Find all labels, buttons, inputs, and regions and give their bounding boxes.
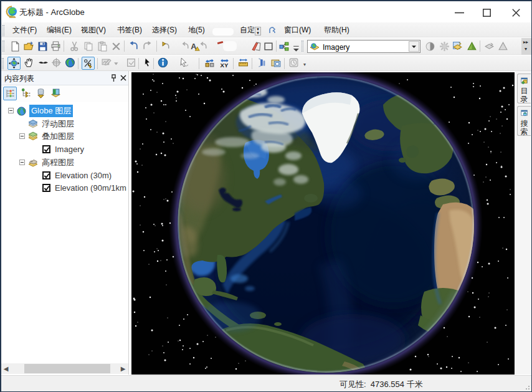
svg-text:XY: XY <box>221 62 229 68</box>
